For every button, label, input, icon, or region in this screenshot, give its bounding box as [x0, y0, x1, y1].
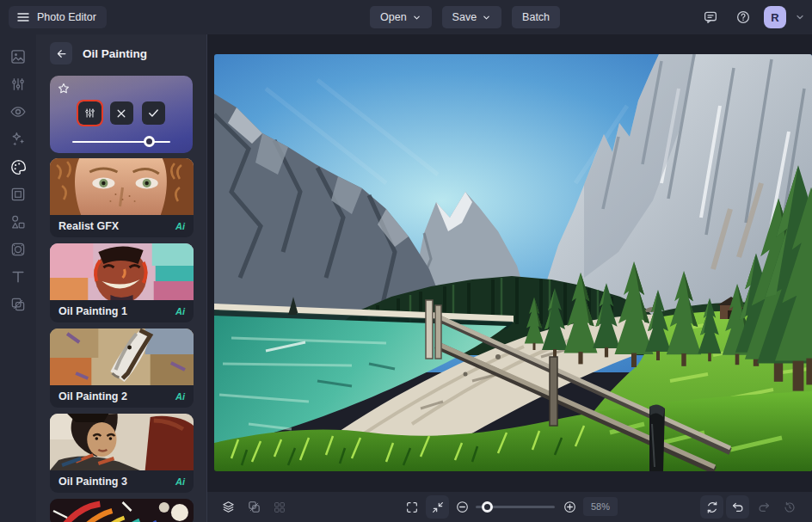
workspace [207, 34, 812, 492]
oil-painting-2-thumbnail [50, 329, 194, 385]
tool-photo[interactable] [0, 43, 36, 71]
feedback-button[interactable] [698, 5, 723, 29]
statusbar: 58% [207, 492, 812, 522]
effect-adjust-button[interactable] [78, 101, 102, 125]
fit-screen-button[interactable] [426, 495, 449, 519]
shapes-icon [9, 213, 27, 230]
save-button[interactable]: Save [442, 6, 502, 28]
slider-track [72, 141, 170, 144]
sync-icon [705, 501, 719, 514]
redo-button[interactable] [752, 495, 775, 519]
effect-card-realist-gfx[interactable]: Realist GFX Ai [50, 158, 194, 237]
arrow-left-icon [55, 47, 68, 60]
effect-card-partial[interactable] [50, 499, 194, 522]
topbar-right: R [698, 0, 805, 34]
effect-name: Oil Painting 1 [58, 305, 127, 317]
zoom-out-button[interactable] [451, 495, 474, 519]
fit-screen-icon [431, 501, 445, 514]
slider-knob[interactable] [144, 136, 155, 147]
photo-editor-app: Photo Editor Open Save Batch R [0, 0, 812, 522]
user-avatar[interactable]: R [764, 6, 786, 28]
undo-button[interactable] [726, 495, 749, 519]
app-title: Photo Editor [37, 11, 96, 23]
effect-label-bar: Oil Painting 2 Ai [50, 385, 194, 408]
topbar: Photo Editor Open Save Batch R [0, 0, 812, 34]
canvas-zoom-slider[interactable] [476, 501, 555, 513]
active-effect-controls [50, 101, 193, 125]
ai-badge: Ai [175, 476, 185, 487]
effect-name: Oil Painting 3 [58, 476, 127, 488]
tool-ai-magic[interactable] [0, 126, 36, 153]
effect-card-oil-painting-1[interactable]: Oil Painting 1 Ai [50, 243, 194, 322]
fullscreen-icon [405, 501, 419, 514]
file-actions: Open Save Batch [370, 6, 560, 28]
history-button[interactable] [778, 495, 801, 519]
ornament-frame-icon [9, 241, 27, 258]
zoom-in-button[interactable] [558, 495, 581, 519]
panel-title: Oil Painting [83, 47, 147, 60]
compare-icon [247, 500, 261, 514]
grid-view-button[interactable] [268, 495, 291, 519]
chevron-down-icon [795, 12, 805, 22]
palette-icon [9, 158, 28, 176]
back-button[interactable] [50, 42, 72, 64]
canvas-image-oil-painting-landscape[interactable] [214, 54, 812, 471]
help-button[interactable] [731, 5, 755, 29]
zoom-out-icon [455, 500, 470, 514]
adjust-icon [9, 76, 27, 93]
ai-badge: Ai [175, 306, 185, 316]
collage-icon [9, 296, 27, 313]
tool-frames[interactable] [0, 236, 36, 263]
tool-collage[interactable] [0, 291, 36, 318]
undo-icon [731, 501, 745, 514]
check-icon [147, 107, 160, 120]
effects-panel: Oil Painting [36, 34, 207, 522]
tool-elements[interactable] [0, 208, 36, 236]
slider-knob[interactable] [482, 501, 493, 513]
text-icon [9, 268, 27, 286]
tool-crop-frame[interactable] [0, 181, 36, 208]
ai-badge: Ai [175, 391, 185, 402]
abstract-thumbnail [50, 499, 194, 522]
hamburger-icon [16, 10, 30, 24]
layers-button[interactable] [217, 495, 240, 519]
favorite-button[interactable] [57, 82, 71, 98]
batch-button[interactable]: Batch [512, 6, 560, 28]
tool-adjust[interactable] [0, 71, 36, 98]
frame-icon [9, 186, 27, 203]
compare-button[interactable] [243, 495, 266, 519]
fullscreen-button[interactable] [400, 495, 423, 519]
adjust-icon [83, 107, 96, 120]
layers-icon [221, 500, 236, 514]
open-button[interactable]: Open [370, 6, 432, 28]
active-effect-card[interactable] [50, 76, 193, 153]
effect-name: Realist GFX [58, 220, 119, 232]
help-icon [735, 9, 751, 25]
effect-list: Realist GFX Ai [36, 158, 206, 522]
tool-retouch[interactable] [0, 98, 36, 126]
tool-rail [0, 34, 36, 522]
photo-icon [9, 48, 27, 65]
effect-card-oil-painting-3[interactable]: Oil Painting 3 Ai [50, 414, 194, 493]
history-icon [783, 501, 797, 514]
effect-intensity-slider[interactable] [72, 136, 170, 147]
eye-icon [9, 103, 27, 120]
panel-header: Oil Painting [36, 34, 206, 71]
zoom-level-badge[interactable]: 58% [583, 497, 618, 516]
feedback-icon [703, 9, 718, 25]
zoom-in-icon [563, 500, 577, 514]
effect-card-oil-painting-2[interactable]: Oil Painting 2 Ai [50, 329, 194, 408]
tool-text[interactable] [0, 263, 36, 291]
effect-cancel-button[interactable] [110, 101, 133, 125]
effect-name: Oil Painting 2 [58, 390, 127, 402]
effect-apply-button[interactable] [142, 101, 165, 125]
tool-effects[interactable] [0, 153, 36, 181]
realist-gfx-thumbnail [50, 158, 194, 215]
close-icon [115, 107, 127, 120]
refresh-button[interactable] [700, 495, 723, 519]
oil-painting-1-thumbnail [50, 243, 194, 300]
main-menu-button[interactable]: Photo Editor [9, 6, 107, 28]
chevron-down-icon [412, 13, 421, 22]
grid-icon [273, 501, 286, 514]
account-menu-button[interactable] [795, 12, 805, 22]
